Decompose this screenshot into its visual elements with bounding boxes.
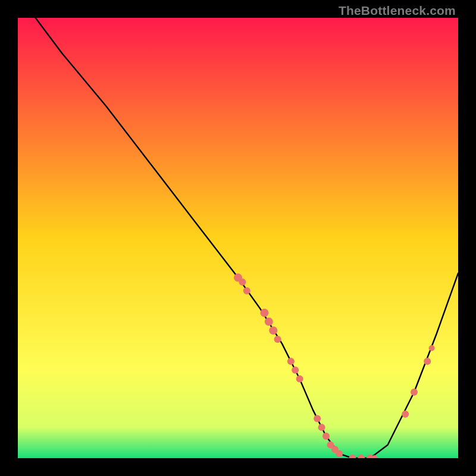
marker-point [243, 287, 250, 295]
marker-point [269, 326, 277, 334]
bottleneck-chart [18, 18, 458, 458]
marker-point [318, 424, 325, 431]
watermark-text: TheBottleneck.com [339, 4, 456, 18]
chart-frame [18, 18, 458, 458]
marker-point [411, 389, 418, 396]
marker-point [429, 345, 435, 351]
marker-point [296, 375, 303, 383]
marker-point [292, 367, 299, 374]
marker-point [424, 358, 431, 365]
marker-point [260, 309, 268, 317]
marker-point [287, 358, 295, 365]
marker-point [274, 336, 281, 343]
marker-point [265, 318, 273, 326]
marker-point [239, 278, 246, 286]
marker-point [402, 411, 409, 418]
marker-point [314, 415, 321, 422]
marker-point [322, 433, 330, 440]
gradient-background [18, 18, 458, 458]
marker-point [336, 450, 343, 458]
